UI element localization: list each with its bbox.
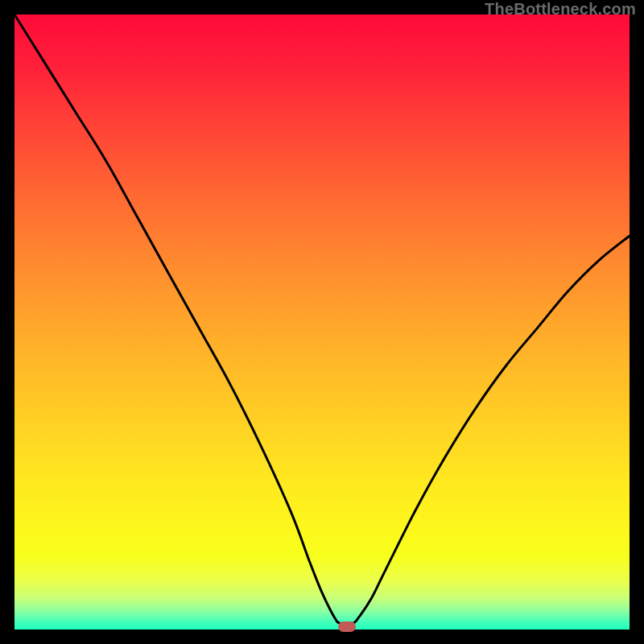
curve-path xyxy=(14,14,630,624)
chart-plot-area xyxy=(14,14,630,630)
bottleneck-curve xyxy=(14,14,630,630)
optimum-marker xyxy=(338,621,356,632)
chart-frame: TheBottleneck.com xyxy=(0,0,644,644)
watermark-text: TheBottleneck.com xyxy=(485,0,636,19)
